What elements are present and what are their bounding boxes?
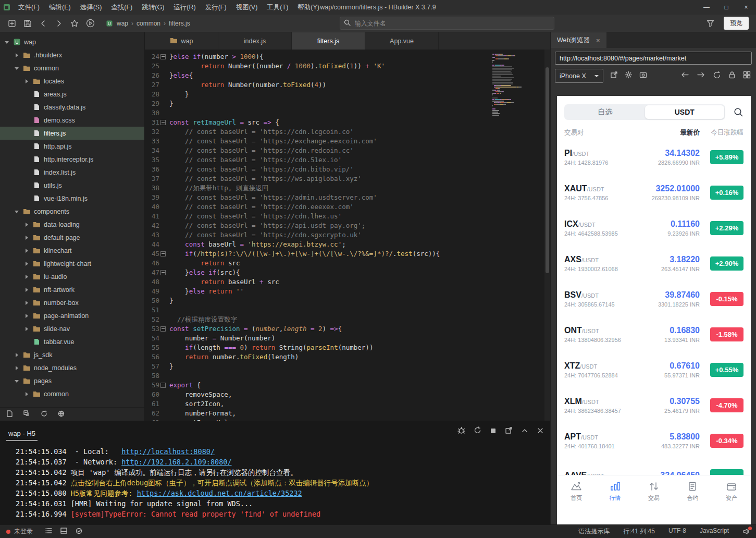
- filter-icon[interactable]: [703, 17, 718, 30]
- url-input[interactable]: [555, 52, 752, 65]
- console-line[interactable]: 21:54:15.042 点击控制台右上角debug图标（虫子），可开启断点调试…: [16, 478, 550, 488]
- line-number[interactable]: 57: [145, 362, 159, 371]
- console-line[interactable]: 21:54:15.042 项目 'wap' 编译成功。前端运行日志，请另行在浏览…: [16, 467, 550, 478]
- market-row-XAUT[interactable]: XAUT/USDT24H: 3756.478563252.01000269230…: [557, 175, 751, 210]
- tree-item-number-box[interactable]: number-box: [0, 296, 144, 309]
- editor-scrollbar[interactable]: [544, 50, 550, 421]
- line-number[interactable]: 50: [145, 296, 159, 305]
- code-line[interactable]: 55 if(length === 0) return String(parseI…: [145, 343, 492, 352]
- console-line[interactable]: 21:54:15.080 H5版常见问题参考: https://ask.dclo…: [16, 488, 550, 498]
- preview-sync-icon[interactable]: [58, 410, 65, 419]
- tree-item-httpapijs[interactable]: http.api.js: [0, 140, 144, 153]
- market-row-AXS[interactable]: AXS/USDT24H: 1930002.610683.18220263.451…: [557, 246, 751, 281]
- nav-item-行情[interactable]: 行情: [596, 475, 634, 508]
- line-number[interactable]: 42: [145, 221, 159, 230]
- screenshot-icon[interactable]: [639, 71, 647, 81]
- code-content[interactable]: 24}else if(number > 1000){25 return Numb…: [145, 50, 492, 421]
- minimap[interactable]: [492, 50, 544, 421]
- line-number[interactable]: 24: [145, 52, 159, 62]
- console-line[interactable]: 21:54:16.994 [system]TypeError: Cannot r…: [16, 509, 550, 519]
- language-mode[interactable]: JavaScript: [700, 527, 729, 536]
- tree-item-klinechart[interactable]: klinechart: [0, 244, 144, 257]
- back-icon[interactable]: [35, 17, 51, 30]
- run-icon[interactable]: [82, 17, 98, 30]
- line-number[interactable]: 26: [145, 71, 159, 80]
- breadcrumb-item[interactable]: common: [135, 20, 162, 27]
- breadcrumb-item[interactable]: wap: [116, 20, 129, 27]
- tree-item-httpinterceptorjs[interactable]: http.interceptor.js: [0, 153, 144, 166]
- tree-item-areasjs[interactable]: areas.js: [0, 88, 144, 101]
- scrollbar-thumb[interactable]: [546, 67, 549, 273]
- menu-item[interactable]: 编辑(E): [44, 0, 76, 15]
- line-number[interactable]: 33: [145, 137, 159, 146]
- console-line[interactable]: 21:54:15.037 - Network: http://192.168.2…: [16, 457, 550, 467]
- editor-tab-index.js[interactable]: index.js: [218, 32, 292, 50]
- editor-tab-App.vue[interactable]: App.vue: [365, 32, 439, 50]
- market-row-AAVE[interactable]: AAVE/USDT324.06450: [557, 458, 751, 475]
- code-line[interactable]: 38 //如果带http, 则直接返回: [145, 184, 492, 193]
- console-line[interactable]: 21:54:16.031 [HMR] Waiting for update si…: [16, 498, 550, 509]
- open-external-icon[interactable]: [505, 426, 513, 436]
- market-row-XTZ[interactable]: XTZ/USDT24H: 7047706.528840.6761055.9737…: [557, 352, 751, 387]
- market-tab-USDT[interactable]: USDT: [645, 105, 725, 119]
- line-number[interactable]: 45: [145, 249, 159, 259]
- tree-item-utilsjs[interactable]: utils.js: [0, 179, 144, 192]
- market-row-PI[interactable]: PI/USDT24H: 1428.8197634.143022826.66990…: [557, 139, 751, 175]
- open-in-browser-icon[interactable]: [610, 71, 618, 81]
- menu-item[interactable]: 文件(F): [14, 0, 44, 15]
- menu-item[interactable]: 选择(S): [76, 0, 107, 15]
- change-badge[interactable]: [710, 469, 743, 475]
- line-number[interactable]: 55: [145, 343, 159, 352]
- code-line[interactable]: 26}else{: [145, 71, 492, 80]
- code-line[interactable]: 58: [145, 371, 492, 381]
- console-link[interactable]: http://192.168.2.109:8080/: [121, 458, 231, 466]
- browser-tab[interactable]: Web浏览器 ×: [551, 32, 606, 48]
- debug-icon[interactable]: [457, 426, 465, 436]
- code-line[interactable]: 52 //根据精度设置数字: [145, 315, 492, 324]
- forward-icon[interactable]: [51, 17, 67, 30]
- change-badge[interactable]: +0.16%: [710, 186, 743, 200]
- code-line[interactable]: 61 sort2Icon,: [145, 399, 492, 409]
- line-number[interactable]: 52: [145, 315, 159, 324]
- breadcrumb-item[interactable]: filters.js: [168, 20, 191, 27]
- code-line[interactable]: 25 return Number((number / 1000).toFixed…: [145, 62, 492, 71]
- nav-forward-icon[interactable]: [697, 71, 705, 81]
- change-badge[interactable]: -0.15%: [710, 292, 743, 306]
- line-number[interactable]: 63: [145, 418, 159, 421]
- market-search-icon[interactable]: [734, 107, 743, 117]
- console-link[interactable]: https://ask.dcloud.net.cn/article/35232: [137, 489, 302, 497]
- panel-layout-icon[interactable]: [60, 528, 67, 535]
- code-editor[interactable]: 24}else if(number > 1000){25 return Numb…: [145, 50, 550, 421]
- change-badge[interactable]: -0.34%: [710, 434, 743, 448]
- code-line[interactable]: 48 return baseUrl + src: [145, 277, 492, 287]
- code-line[interactable]: 28 }: [145, 90, 492, 99]
- line-number[interactable]: 37: [145, 174, 159, 184]
- collapse-panel-icon[interactable]: [521, 427, 528, 436]
- console-link[interactable]: http://localhost:8080/: [121, 447, 215, 456]
- line-number[interactable]: 48: [145, 277, 159, 287]
- code-line[interactable]: 35 // const baseUrl = 'https://cdn.51ex.…: [145, 155, 492, 165]
- market-row-ONT[interactable]: ONT/USDT24H: 13804806.329560.1683013.933…: [557, 316, 751, 352]
- close-button[interactable]: ×: [736, 0, 756, 15]
- tree-item-filtersjs[interactable]: filters.js: [0, 127, 144, 140]
- close-icon[interactable]: ×: [596, 36, 600, 44]
- market-tab-自选[interactable]: 自选: [565, 105, 645, 119]
- line-number[interactable]: 27: [145, 80, 159, 90]
- tree-item-data-loading[interactable]: data-loading: [0, 218, 144, 231]
- clear-console-icon[interactable]: [537, 427, 544, 436]
- tree-item-lightweight-chart[interactable]: lightweight-chart: [0, 257, 144, 270]
- market-row-APT[interactable]: APT/USDT24H: 401760.184015.83800483.3227…: [557, 423, 751, 458]
- code-line[interactable]: 24}else if(number > 1000){: [145, 52, 492, 62]
- header-price[interactable]: 最新价: [638, 128, 700, 137]
- line-number[interactable]: 29: [145, 99, 159, 108]
- code-line[interactable]: 43 // const baseUrl = 'https://cdn.sgxcr…: [145, 230, 492, 240]
- share-sync-icon[interactable]: [76, 528, 82, 536]
- save-icon[interactable]: [20, 17, 35, 30]
- change-badge[interactable]: +2.29%: [710, 221, 743, 235]
- code-line[interactable]: 36 // const baseUrl = 'https://cdn.bitbo…: [145, 165, 492, 174]
- code-line[interactable]: 27 return Number(number.toFixed(4)): [145, 80, 492, 90]
- change-badge[interactable]: +5.89%: [710, 150, 743, 164]
- change-badge[interactable]: -1.58%: [710, 327, 743, 341]
- cursor-position[interactable]: 行:41 列:45: [623, 527, 655, 536]
- code-line[interactable]: 51: [145, 305, 492, 315]
